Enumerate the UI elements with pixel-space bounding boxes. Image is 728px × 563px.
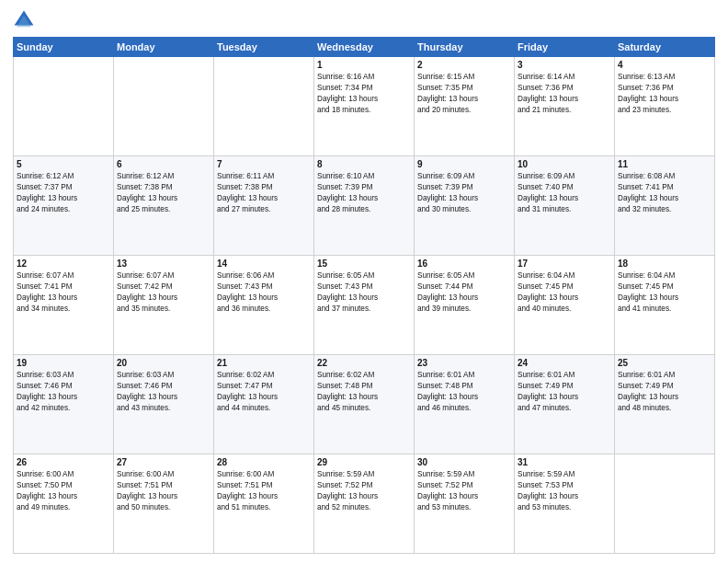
day-info: Sunrise: 6:10 AM Sunset: 7:39 PM Dayligh… xyxy=(317,171,411,215)
day-info: Sunrise: 6:08 AM Sunset: 7:41 PM Dayligh… xyxy=(618,171,711,215)
logo xyxy=(13,9,39,31)
day-number: 6 xyxy=(117,159,210,169)
day-cell xyxy=(214,57,314,156)
page: SundayMondayTuesdayWednesdayThursdayFrid… xyxy=(0,0,728,563)
day-cell: 27Sunrise: 6:00 AM Sunset: 7:51 PM Dayli… xyxy=(114,454,214,554)
day-cell: 26Sunrise: 6:00 AM Sunset: 7:50 PM Dayli… xyxy=(14,454,114,554)
day-cell: 9Sunrise: 6:09 AM Sunset: 7:39 PM Daylig… xyxy=(415,156,515,256)
day-info: Sunrise: 6:13 AM Sunset: 7:36 PM Dayligh… xyxy=(618,72,711,116)
weekday-tuesday: Tuesday xyxy=(214,38,314,57)
day-info: Sunrise: 6:03 AM Sunset: 7:46 PM Dayligh… xyxy=(117,370,210,414)
day-number: 14 xyxy=(217,259,311,269)
day-info: Sunrise: 6:09 AM Sunset: 7:39 PM Dayligh… xyxy=(417,171,511,215)
day-info: Sunrise: 6:12 AM Sunset: 7:38 PM Dayligh… xyxy=(117,171,210,215)
day-number: 2 xyxy=(417,60,511,70)
day-cell: 25Sunrise: 6:01 AM Sunset: 7:49 PM Dayli… xyxy=(615,355,715,454)
day-cell: 17Sunrise: 6:04 AM Sunset: 7:45 PM Dayli… xyxy=(515,256,615,355)
day-info: Sunrise: 6:02 AM Sunset: 7:48 PM Dayligh… xyxy=(317,370,411,414)
day-cell: 12Sunrise: 6:07 AM Sunset: 7:41 PM Dayli… xyxy=(14,256,114,355)
day-number: 11 xyxy=(618,159,711,169)
day-cell: 31Sunrise: 5:59 AM Sunset: 7:53 PM Dayli… xyxy=(515,454,615,554)
day-number: 22 xyxy=(317,358,411,368)
day-number: 25 xyxy=(618,358,711,368)
day-info: Sunrise: 6:01 AM Sunset: 7:49 PM Dayligh… xyxy=(518,370,611,414)
day-cell: 29Sunrise: 5:59 AM Sunset: 7:52 PM Dayli… xyxy=(314,454,415,554)
day-cell xyxy=(114,57,214,156)
day-info: Sunrise: 5:59 AM Sunset: 7:52 PM Dayligh… xyxy=(417,469,511,513)
day-info: Sunrise: 6:01 AM Sunset: 7:49 PM Dayligh… xyxy=(618,370,711,414)
day-info: Sunrise: 6:05 AM Sunset: 7:43 PM Dayligh… xyxy=(317,270,411,315)
day-info: Sunrise: 6:07 AM Sunset: 7:41 PM Dayligh… xyxy=(17,270,110,315)
weekday-header-row: SundayMondayTuesdayWednesdayThursdayFrid… xyxy=(14,38,715,57)
day-info: Sunrise: 6:03 AM Sunset: 7:46 PM Dayligh… xyxy=(17,370,110,414)
weekday-monday: Monday xyxy=(114,38,214,57)
day-number: 21 xyxy=(217,358,311,368)
day-number: 1 xyxy=(317,60,411,70)
day-number: 28 xyxy=(217,457,311,467)
day-cell: 4Sunrise: 6:13 AM Sunset: 7:36 PM Daylig… xyxy=(615,57,715,156)
day-cell: 28Sunrise: 6:00 AM Sunset: 7:51 PM Dayli… xyxy=(214,454,314,554)
day-cell: 30Sunrise: 5:59 AM Sunset: 7:52 PM Dayli… xyxy=(415,454,515,554)
day-info: Sunrise: 6:05 AM Sunset: 7:44 PM Dayligh… xyxy=(417,270,511,315)
day-info: Sunrise: 6:04 AM Sunset: 7:45 PM Dayligh… xyxy=(618,270,711,315)
day-info: Sunrise: 6:00 AM Sunset: 7:51 PM Dayligh… xyxy=(217,469,311,513)
day-number: 9 xyxy=(417,159,511,169)
day-cell: 18Sunrise: 6:04 AM Sunset: 7:45 PM Dayli… xyxy=(615,256,715,355)
day-cell: 15Sunrise: 6:05 AM Sunset: 7:43 PM Dayli… xyxy=(314,256,415,355)
calendar-table: SundayMondayTuesdayWednesdayThursdayFrid… xyxy=(13,37,715,554)
day-cell: 10Sunrise: 6:09 AM Sunset: 7:40 PM Dayli… xyxy=(515,156,615,256)
weekday-thursday: Thursday xyxy=(415,38,515,57)
day-number: 10 xyxy=(518,159,611,169)
day-number: 3 xyxy=(518,60,611,70)
week-row-5: 26Sunrise: 6:00 AM Sunset: 7:50 PM Dayli… xyxy=(14,454,715,554)
day-cell: 13Sunrise: 6:07 AM Sunset: 7:42 PM Dayli… xyxy=(114,256,214,355)
week-row-3: 12Sunrise: 6:07 AM Sunset: 7:41 PM Dayli… xyxy=(14,256,715,355)
day-number: 17 xyxy=(518,259,611,269)
day-number: 20 xyxy=(117,358,210,368)
day-number: 29 xyxy=(317,457,411,467)
day-cell: 8Sunrise: 6:10 AM Sunset: 7:39 PM Daylig… xyxy=(314,156,415,256)
day-cell: 7Sunrise: 6:11 AM Sunset: 7:38 PM Daylig… xyxy=(214,156,314,256)
day-cell: 5Sunrise: 6:12 AM Sunset: 7:37 PM Daylig… xyxy=(14,156,114,256)
day-number: 26 xyxy=(17,457,110,467)
day-cell: 16Sunrise: 6:05 AM Sunset: 7:44 PM Dayli… xyxy=(415,256,515,355)
day-info: Sunrise: 5:59 AM Sunset: 7:52 PM Dayligh… xyxy=(317,469,411,513)
day-number: 4 xyxy=(618,60,711,70)
day-cell xyxy=(14,57,114,156)
day-cell: 11Sunrise: 6:08 AM Sunset: 7:41 PM Dayli… xyxy=(615,156,715,256)
day-cell: 6Sunrise: 6:12 AM Sunset: 7:38 PM Daylig… xyxy=(114,156,214,256)
day-cell: 1Sunrise: 6:16 AM Sunset: 7:34 PM Daylig… xyxy=(314,57,415,156)
day-info: Sunrise: 6:00 AM Sunset: 7:50 PM Dayligh… xyxy=(17,469,110,513)
day-info: Sunrise: 6:06 AM Sunset: 7:43 PM Dayligh… xyxy=(217,270,311,315)
day-number: 7 xyxy=(217,159,311,169)
weekday-friday: Friday xyxy=(515,38,615,57)
week-row-4: 19Sunrise: 6:03 AM Sunset: 7:46 PM Dayli… xyxy=(14,355,715,454)
day-cell: 22Sunrise: 6:02 AM Sunset: 7:48 PM Dayli… xyxy=(314,355,415,454)
day-number: 30 xyxy=(417,457,511,467)
day-number: 12 xyxy=(17,259,110,269)
header xyxy=(13,9,715,31)
day-number: 24 xyxy=(518,358,611,368)
day-info: Sunrise: 6:04 AM Sunset: 7:45 PM Dayligh… xyxy=(518,270,611,315)
day-cell: 2Sunrise: 6:15 AM Sunset: 7:35 PM Daylig… xyxy=(415,57,515,156)
day-info: Sunrise: 6:12 AM Sunset: 7:37 PM Dayligh… xyxy=(17,171,110,215)
day-cell: 21Sunrise: 6:02 AM Sunset: 7:47 PM Dayli… xyxy=(214,355,314,454)
day-info: Sunrise: 6:02 AM Sunset: 7:47 PM Dayligh… xyxy=(217,370,311,414)
week-row-2: 5Sunrise: 6:12 AM Sunset: 7:37 PM Daylig… xyxy=(14,156,715,256)
day-info: Sunrise: 6:15 AM Sunset: 7:35 PM Dayligh… xyxy=(417,72,511,116)
weekday-saturday: Saturday xyxy=(615,38,715,57)
day-cell: 3Sunrise: 6:14 AM Sunset: 7:36 PM Daylig… xyxy=(515,57,615,156)
day-cell: 23Sunrise: 6:01 AM Sunset: 7:48 PM Dayli… xyxy=(415,355,515,454)
day-number: 5 xyxy=(17,159,110,169)
day-cell: 24Sunrise: 6:01 AM Sunset: 7:49 PM Dayli… xyxy=(515,355,615,454)
day-info: Sunrise: 6:00 AM Sunset: 7:51 PM Dayligh… xyxy=(117,469,210,513)
day-number: 19 xyxy=(17,358,110,368)
day-cell xyxy=(615,454,715,554)
day-number: 23 xyxy=(417,358,511,368)
day-info: Sunrise: 6:14 AM Sunset: 7:36 PM Dayligh… xyxy=(518,72,611,116)
weekday-sunday: Sunday xyxy=(14,38,114,57)
week-row-1: 1Sunrise: 6:16 AM Sunset: 7:34 PM Daylig… xyxy=(14,57,715,156)
day-number: 15 xyxy=(317,259,411,269)
day-info: Sunrise: 5:59 AM Sunset: 7:53 PM Dayligh… xyxy=(518,469,611,513)
day-number: 18 xyxy=(618,259,711,269)
